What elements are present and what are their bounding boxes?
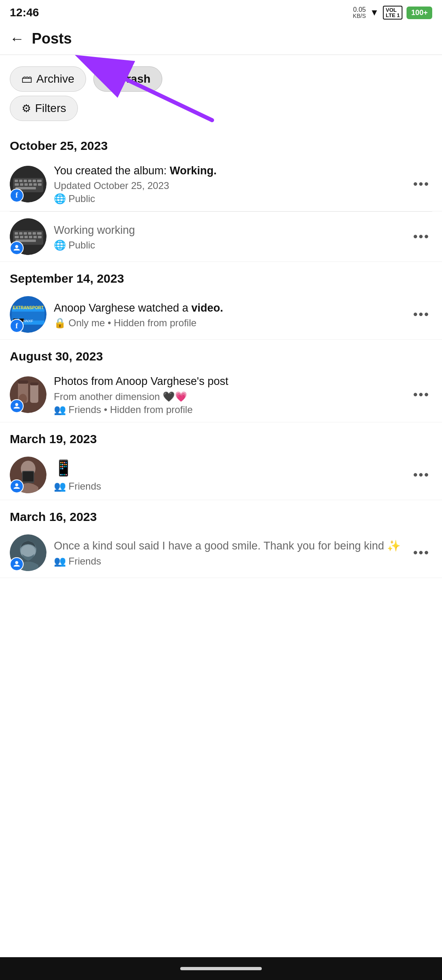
friends-icon: 👥 bbox=[54, 404, 66, 415]
svg-rect-13 bbox=[29, 183, 32, 186]
list-item: Working working 🌐 Public ••• bbox=[0, 212, 442, 262]
svg-rect-19 bbox=[15, 232, 18, 235]
post-visibility: 👥 Friends bbox=[54, 556, 403, 567]
avatar bbox=[10, 457, 46, 493]
svg-rect-41 bbox=[18, 380, 28, 384]
avatar bbox=[10, 376, 46, 413]
avatar bbox=[10, 218, 46, 255]
archive-tab[interactable]: 🗃 Archive bbox=[10, 66, 86, 92]
user-badge bbox=[10, 399, 24, 413]
svg-rect-25 bbox=[15, 236, 19, 238]
trash-tab-label: Trash bbox=[120, 73, 150, 86]
filters-row: ⚙ Filters bbox=[0, 96, 442, 129]
more-options-button[interactable]: ••• bbox=[411, 304, 432, 325]
bottom-nav-bar bbox=[0, 957, 442, 980]
section-date-mar16: March 16, 2023 bbox=[0, 500, 442, 528]
battery-icon: 100+ bbox=[407, 7, 432, 19]
globe-icon: 🌐 bbox=[54, 193, 66, 204]
svg-rect-14 bbox=[33, 183, 37, 186]
user-icon bbox=[13, 244, 20, 252]
posts-list: October 25, 2023 bbox=[0, 129, 442, 578]
filters-icon: ⚙ bbox=[22, 102, 31, 115]
svg-rect-49 bbox=[23, 472, 33, 481]
svg-rect-27 bbox=[24, 236, 28, 238]
avatar: EXTRANSPORT NNXF f bbox=[10, 296, 46, 333]
svg-rect-29 bbox=[33, 236, 37, 238]
post-text: 📱 bbox=[54, 458, 403, 479]
post-content: Working working 🌐 Public bbox=[54, 223, 403, 251]
network-speed: 0.05 KB/S bbox=[353, 6, 366, 20]
post-text: You created the album: Working. bbox=[54, 163, 403, 178]
svg-rect-20 bbox=[19, 232, 22, 235]
user-icon bbox=[13, 483, 20, 490]
user-badge bbox=[10, 557, 24, 571]
user-icon bbox=[13, 402, 20, 410]
wifi-icon: ▼ bbox=[370, 7, 379, 18]
svg-rect-9 bbox=[37, 180, 42, 182]
status-time: 12:46 bbox=[10, 6, 39, 19]
page-title: Posts bbox=[32, 30, 72, 47]
trash-icon: 🗑 bbox=[105, 73, 116, 86]
more-options-button[interactable]: ••• bbox=[411, 226, 432, 247]
svg-rect-23 bbox=[33, 232, 36, 235]
post-visibility: 👥 Friends • Hidden from profile bbox=[54, 404, 403, 415]
section-date-aug30: August 30, 2023 bbox=[0, 340, 442, 367]
post-text: Photos from Anoop Varghese's post bbox=[54, 374, 403, 389]
post-content: 📱 👥 Friends bbox=[54, 458, 403, 492]
list-item: Photos from Anoop Varghese's post From a… bbox=[0, 367, 442, 422]
post-visibility: 🌐 Public bbox=[54, 240, 403, 251]
post-content: Photos from Anoop Varghese's post From a… bbox=[54, 374, 403, 415]
archive-icon: 🗃 bbox=[22, 73, 32, 86]
svg-rect-15 bbox=[38, 183, 42, 186]
tabs-row: 🗃 Archive 🗑 Trash bbox=[0, 55, 442, 96]
list-item: Once a kind soul said I have a good smil… bbox=[0, 528, 442, 578]
svg-rect-5 bbox=[19, 180, 22, 182]
facebook-badge: f bbox=[10, 189, 24, 202]
post-visibility: 🔒 Only me • Hidden from profile bbox=[54, 317, 403, 329]
svg-rect-12 bbox=[24, 183, 28, 186]
more-options-button[interactable]: ••• bbox=[411, 385, 432, 405]
back-button[interactable]: ← bbox=[10, 30, 24, 47]
svg-rect-28 bbox=[29, 236, 32, 238]
post-meta: From another dimension 🖤💗 bbox=[54, 391, 403, 402]
archive-tab-label: Archive bbox=[36, 73, 74, 86]
svg-rect-8 bbox=[33, 180, 36, 182]
home-indicator bbox=[180, 967, 262, 970]
svg-text:EXTRANSPORT: EXTRANSPORT bbox=[13, 305, 44, 310]
list-item: 📱 👥 Friends ••• bbox=[0, 450, 442, 500]
post-visibility: 👥 Friends bbox=[54, 481, 403, 492]
globe-icon: 🌐 bbox=[54, 240, 66, 251]
avatar: f bbox=[10, 166, 46, 202]
list-item: f You created the album: Working. Update… bbox=[0, 157, 442, 211]
friends-icon: 👥 bbox=[54, 556, 66, 567]
more-options-button[interactable]: ••• bbox=[411, 174, 432, 194]
trash-tab[interactable]: 🗑 Trash bbox=[93, 66, 162, 92]
section-date-oct25: October 25, 2023 bbox=[0, 129, 442, 157]
post-content: Once a kind soul said I have a good smil… bbox=[54, 538, 403, 567]
list-item: EXTRANSPORT NNXF f Anoop Varghese watche… bbox=[0, 290, 442, 340]
status-bar: 12:46 0.05 KB/S ▼ VOL LTE 1 100+ bbox=[0, 0, 442, 23]
svg-rect-7 bbox=[28, 180, 31, 182]
more-options-button[interactable]: ••• bbox=[411, 543, 432, 563]
svg-rect-24 bbox=[37, 232, 42, 235]
page-header: ← Posts bbox=[0, 23, 442, 55]
signal-badge: VOL LTE 1 bbox=[383, 6, 402, 20]
post-text: Working working bbox=[54, 223, 403, 237]
lock-icon: 🔒 bbox=[54, 317, 66, 329]
user-badge bbox=[10, 479, 24, 493]
filters-button[interactable]: ⚙ Filters bbox=[10, 96, 78, 121]
post-text: Anoop Varghese watched a video. bbox=[54, 301, 403, 315]
post-content: You created the album: Working. Updated … bbox=[54, 163, 403, 204]
more-options-button[interactable]: ••• bbox=[411, 465, 432, 485]
svg-rect-21 bbox=[24, 232, 27, 235]
post-meta: Updated October 25, 2023 bbox=[54, 180, 403, 191]
svg-text:NNXF: NNXF bbox=[23, 319, 33, 323]
post-content: Anoop Varghese watched a video. 🔒 Only m… bbox=[54, 301, 403, 329]
post-visibility: 🌐 Public bbox=[54, 193, 403, 204]
svg-rect-10 bbox=[15, 183, 19, 186]
friends-icon: 👥 bbox=[54, 481, 66, 492]
user-icon bbox=[13, 560, 20, 568]
svg-rect-11 bbox=[20, 183, 23, 186]
svg-rect-4 bbox=[15, 180, 18, 182]
filters-label: Filters bbox=[35, 102, 66, 115]
